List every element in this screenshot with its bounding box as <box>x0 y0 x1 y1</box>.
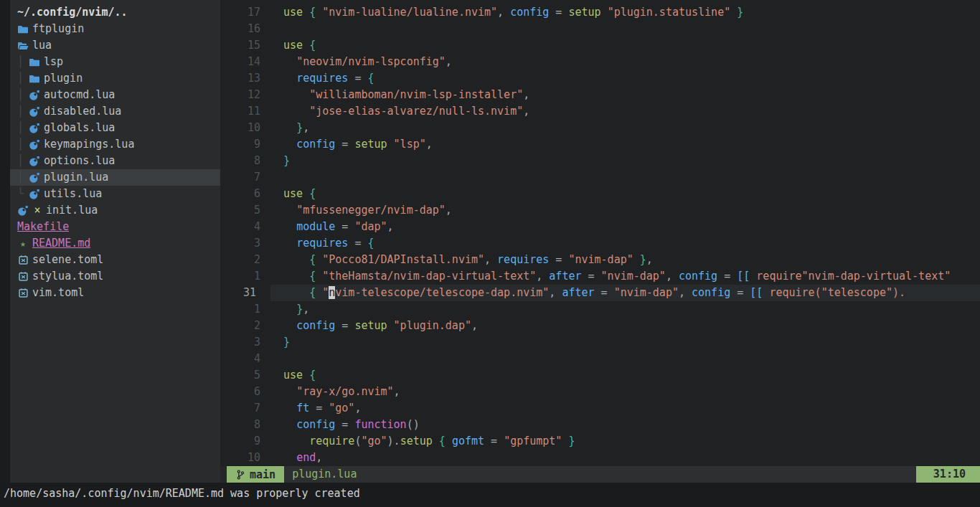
tree-item-ftplugin[interactable]: ftplugin <box>10 21 220 37</box>
code-token: , <box>446 55 452 68</box>
line-number: 2 <box>220 252 270 268</box>
tree-item-options-lua[interactable]: │options.lua <box>10 153 220 169</box>
line-number: 11 <box>220 103 270 120</box>
code-token: "ray-x/go.nvim" <box>296 385 393 398</box>
code-token: ). <box>387 435 400 447</box>
tree-item-plugin-lua[interactable]: │plugin.lua <box>10 169 220 186</box>
code-line-text: use { <box>270 37 980 54</box>
folder-icon <box>29 57 40 68</box>
tree-item-lsp[interactable]: │lsp <box>10 54 220 70</box>
code-line[interactable]: 4 module = "dap", <box>220 219 980 235</box>
code-line[interactable]: 11 "jose-elias-alvarez/null-ls.nvim", <box>220 103 980 120</box>
line-number: 6 <box>220 384 270 400</box>
code-line[interactable]: 10 }, <box>220 120 980 136</box>
code-token: = <box>549 253 568 266</box>
code-token: , <box>471 319 478 332</box>
code-token <box>270 402 296 414</box>
code-token <box>270 385 296 398</box>
tree-item-label: plugin.lua <box>44 169 108 186</box>
tree-item-init-lua[interactable]: ×init.lua <box>10 202 220 219</box>
git-branch-name: main <box>250 468 275 481</box>
tree-item-readme-md[interactable]: ★README.md <box>10 235 220 252</box>
code-token <box>270 154 283 167</box>
code-token: , <box>394 385 400 398</box>
code-token: setup <box>354 138 387 151</box>
code-token: , <box>316 451 322 464</box>
tree-item-utils-lua[interactable]: └utils.lua <box>10 186 220 202</box>
line-number: 9 <box>220 136 270 153</box>
code-line[interactable]: 9 require("go").setup { gofmt = "gpfumpt… <box>220 433 980 450</box>
code-token: , <box>666 270 679 283</box>
code-line[interactable]: 12 "williamboman/nvim-lsp-installer", <box>220 87 980 103</box>
code-token: } <box>737 6 743 19</box>
code-line[interactable]: 3 } <box>220 334 980 351</box>
code-line[interactable]: 10 end, <box>220 450 980 466</box>
code-line-current[interactable]: 31 { "nvim-telescope/telescope-dap.nvim"… <box>220 285 980 301</box>
code-token <box>316 6 322 19</box>
code-token: , <box>497 6 510 19</box>
tree-item-globals-lua[interactable]: │globals.lua <box>10 120 220 136</box>
code-line[interactable]: 7 <box>220 169 980 186</box>
line-number: 8 <box>220 153 270 169</box>
code-buffer[interactable]: 17 use { "nvim-lualine/lualine.nvim", co… <box>220 0 980 466</box>
tree-item-selene-toml[interactable]: selene.toml <box>10 252 220 268</box>
tree-item-lua[interactable]: lua <box>10 37 220 54</box>
code-line[interactable]: 2 { "Pocco81/DAPInstall.nvim", requires … <box>220 252 980 268</box>
code-line[interactable]: 13 requires = { <box>220 70 980 87</box>
code-token <box>387 319 394 332</box>
tree-item-autocmd-lua[interactable]: │autocmd.lua <box>10 87 220 103</box>
star-icon: ★ <box>17 235 29 252</box>
code-token <box>270 121 296 134</box>
code-line[interactable]: 7 ft = "go", <box>220 400 980 417</box>
code-token: , <box>523 88 529 101</box>
code-token: config <box>296 138 335 151</box>
code-token: "nvim-dap" <box>601 270 666 283</box>
code-line-text: use { "nvim-lualine/lualine.nvim", confi… <box>270 4 980 21</box>
tree-item-label: selene.toml <box>32 252 103 268</box>
line-number: 6 <box>220 186 270 202</box>
code-token: , <box>523 105 529 118</box>
code-line[interactable]: 2 config = setup "plugin.dap", <box>220 318 980 334</box>
tree-item-plugin[interactable]: │plugin <box>10 70 220 87</box>
code-token: = <box>309 402 329 414</box>
code-line[interactable]: 5 "mfussenegger/nvim-dap", <box>220 202 980 219</box>
code-token: = <box>717 270 737 283</box>
code-line[interactable]: 16 <box>220 21 980 37</box>
code-line[interactable]: 9 config = setup "lsp", <box>220 136 980 153</box>
code-line-text: requires = { <box>270 235 980 252</box>
code-token <box>446 435 452 447</box>
tree-item-label: disabled.lua <box>44 103 121 120</box>
line-number: 4 <box>220 219 270 235</box>
lua-icon <box>29 172 40 184</box>
git-branch-badge: main <box>227 466 284 483</box>
code-token: = <box>348 237 367 250</box>
code-token: module <box>296 220 335 233</box>
code-line[interactable]: 5 use { <box>220 367 980 384</box>
code-line[interactable]: 15 use { <box>220 37 980 54</box>
code-line-text: ft = "go", <box>270 400 980 417</box>
tree-indent-guide: │ <box>17 136 29 153</box>
tree-item-makefile[interactable]: Makefile <box>10 219 220 235</box>
tree-item-stylua-toml[interactable]: stylua.toml <box>10 268 220 285</box>
tree-item-label: lsp <box>44 54 63 70</box>
line-number: 3 <box>220 235 270 252</box>
code-token <box>270 220 296 233</box>
tree-item-vim-toml[interactable]: vim.toml <box>10 285 220 301</box>
tree-item-disabled-lua[interactable]: │disabled.lua <box>10 103 220 120</box>
code-line[interactable]: 6 "ray-x/go.nvim", <box>220 384 980 400</box>
code-line[interactable]: 17 use { "nvim-lualine/lualine.nvim", co… <box>220 4 980 21</box>
code-line[interactable]: 1 { "theHamsta/nvim-dap-virtual-text", a… <box>220 268 980 285</box>
line-number: 1 <box>220 301 270 318</box>
code-line[interactable]: 6 use { <box>220 186 980 202</box>
tree-item-keymapings-lua[interactable]: │keymapings.lua <box>10 136 220 153</box>
tree-item-label: vim.toml <box>32 285 84 301</box>
code-line[interactable]: 14 "neovim/nvim-lspconfig", <box>220 54 980 70</box>
code-line[interactable]: 8 config = function() <box>220 417 980 433</box>
code-line[interactable]: 8 } <box>220 153 980 169</box>
code-line[interactable]: 4 <box>220 351 980 367</box>
code-line[interactable]: 3 requires = { <box>220 235 980 252</box>
lua-icon <box>29 139 40 151</box>
line-number: 8 <box>220 417 270 433</box>
code-line[interactable]: 1 }, <box>220 301 980 318</box>
code-token: use <box>283 187 303 200</box>
